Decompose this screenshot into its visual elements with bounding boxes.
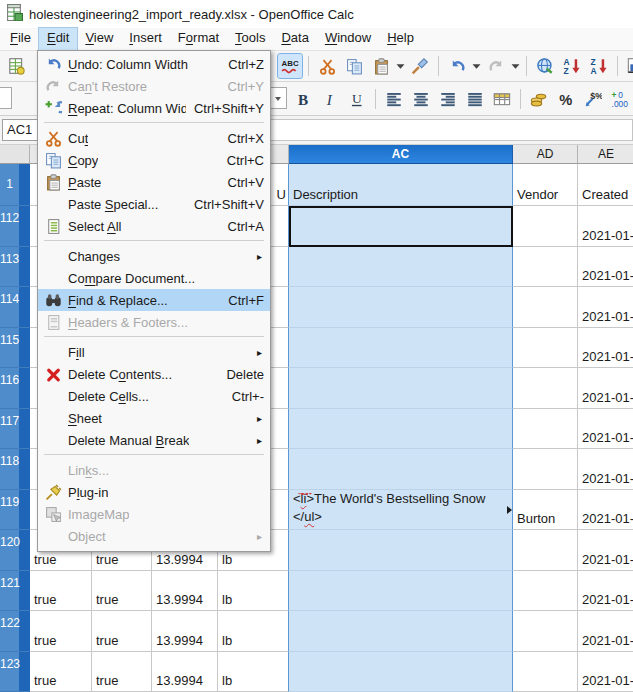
menubar-item-data[interactable]: Data	[273, 28, 316, 50]
select-all-corner[interactable]	[0, 145, 30, 164]
redo-icon[interactable]	[484, 54, 508, 78]
cell-r123-ad[interactable]	[513, 652, 578, 692]
sort-descending-icon[interactable]: ZA	[587, 54, 611, 78]
cell-r122-c0[interactable]: true	[30, 611, 92, 652]
row-header-117[interactable]: 117	[0, 409, 30, 450]
cell-row1-col4[interactable]: Description	[289, 164, 513, 206]
menu-item-select-all[interactable]: Select AllCtrl+A	[38, 215, 270, 237]
cell-r115-ac[interactable]	[289, 328, 513, 369]
cell-row1-col6[interactable]: Created	[578, 164, 633, 206]
menu-item-imagemap[interactable]: ImageMap	[38, 503, 270, 525]
cell-r117-ae[interactable]: 2021-01-	[578, 409, 633, 450]
cell-r113-ae[interactable]: 2021-01-	[578, 247, 633, 288]
menubar-item-window[interactable]: Window	[317, 28, 379, 50]
cell-r113-ad[interactable]	[513, 247, 578, 288]
cell-r122-ac[interactable]	[289, 611, 513, 652]
menu-item-changes[interactable]: Changes▸	[38, 245, 270, 267]
menu-item-delete-cells[interactable]: Delete Cells...Ctrl+-	[38, 385, 270, 407]
cell-r115-ad[interactable]	[513, 328, 578, 369]
cell-r123-c0[interactable]: true	[30, 652, 92, 692]
menu-item-undo-column-width[interactable]: Undo: Column WidthCtrl+Z	[38, 53, 270, 75]
cell-r114-ad[interactable]	[513, 287, 578, 328]
row-header-118[interactable]: 118	[0, 449, 30, 490]
cell-r122-c2[interactable]: 13.9994	[152, 611, 218, 652]
align-right-icon[interactable]	[436, 87, 460, 111]
menu-item-find-replace[interactable]: Find & Replace...Ctrl+F	[38, 289, 270, 311]
menubar-item-view[interactable]: View	[77, 28, 121, 50]
menu-item-plug-in[interactable]: Plug-in	[38, 481, 270, 503]
cell-r119-ac[interactable]: <li>The World's Bestselling Snow</ul>	[289, 490, 513, 531]
number-standard-icon[interactable]: $%	[581, 87, 605, 111]
currency-icon[interactable]	[527, 87, 551, 111]
insert-chart-icon[interactable]	[624, 54, 633, 78]
align-justified-icon[interactable]	[463, 87, 487, 111]
menubar-item-format[interactable]: Format	[170, 28, 227, 50]
cell-r112-ae[interactable]: 2021-01-	[578, 206, 633, 247]
cell-r122-ae[interactable]: 2021-01-	[578, 611, 633, 652]
cell-r116-ad[interactable]	[513, 368, 578, 409]
hyperlink-globe-icon[interactable]	[533, 54, 557, 78]
cut-icon[interactable]	[315, 54, 339, 78]
row-header-121[interactable]: 121	[0, 571, 30, 612]
cell-r123-ae[interactable]: 2021-01-	[578, 652, 633, 692]
align-left-icon[interactable]	[382, 87, 406, 111]
cell-r118-ad[interactable]	[513, 449, 578, 490]
menu-item-fill[interactable]: Fill▸	[38, 341, 270, 363]
cell-r121-ae[interactable]: 2021-01-	[578, 571, 633, 612]
merge-cells-icon[interactable]	[490, 87, 514, 111]
cell-r123-c3[interactable]: lb	[218, 652, 289, 692]
column-header-ac[interactable]: AC	[289, 145, 513, 164]
menu-item-delete-manual-break[interactable]: Delete Manual Break▸	[38, 429, 270, 451]
row-header-120[interactable]: 120	[0, 530, 30, 571]
align-center-icon[interactable]	[409, 87, 433, 111]
new-document-icon[interactable]	[4, 54, 28, 78]
cell-r115-ae[interactable]: 2021-01-	[578, 328, 633, 369]
row-header-112[interactable]: 112	[0, 206, 30, 247]
cell-r114-ae[interactable]: 2021-01-	[578, 287, 633, 328]
cell-r112-ad[interactable]	[513, 206, 578, 247]
menu-item-copy[interactable]: CopyCtrl+C	[38, 149, 270, 171]
cell-r112-ac[interactable]	[289, 206, 513, 247]
cell-r119-ad[interactable]: Burton	[513, 490, 578, 531]
font-size-combo-fragment[interactable]	[270, 87, 287, 109]
row-header-113[interactable]: 113	[0, 247, 30, 288]
cell-r121-c0[interactable]: true	[30, 571, 92, 612]
paste-icon[interactable]	[369, 54, 393, 78]
font-name-combo-fragment[interactable]	[0, 87, 12, 109]
undo-icon[interactable]	[445, 54, 469, 78]
menu-item-object[interactable]: Object▸	[38, 525, 270, 547]
copy-icon[interactable]	[342, 54, 366, 78]
cell-r113-ac[interactable]	[289, 247, 513, 288]
column-header-ad[interactable]: AD	[513, 145, 578, 164]
cell-r121-c3[interactable]: lb	[218, 571, 289, 612]
menubar-item-help[interactable]: Help	[379, 28, 422, 50]
cell-r120-ac[interactable]	[289, 530, 513, 571]
row-header-123[interactable]: 123	[0, 652, 30, 692]
cell-r123-c2[interactable]: 13.9994	[152, 652, 218, 692]
row-header-1[interactable]: 1	[0, 164, 30, 206]
spellcheck-abc-icon[interactable]: ABC	[278, 54, 302, 78]
menu-item-paste[interactable]: PasteCtrl+V	[38, 171, 270, 193]
row-header-114[interactable]: 114	[0, 287, 30, 328]
sort-ascending-icon[interactable]: AZ	[560, 54, 584, 78]
cell-r120-ad[interactable]	[513, 530, 578, 571]
menu-item-links[interactable]: Links...	[38, 459, 270, 481]
cell-r121-c1[interactable]: true	[92, 571, 152, 612]
menubar-item-edit[interactable]: Edit	[39, 28, 77, 50]
cell-r117-ac[interactable]	[289, 409, 513, 450]
italic-icon[interactable]: I	[318, 87, 342, 111]
menu-item-repeat-column-width[interactable]: Repeat: Column WidthCtrl+Shift+Y	[38, 97, 270, 119]
cell-r122-ad[interactable]	[513, 611, 578, 652]
underline-icon[interactable]: U	[345, 87, 369, 111]
menubar-item-file[interactable]: File	[2, 28, 39, 50]
cell-r119-ae[interactable]: 2021-01-	[578, 490, 633, 531]
bold-icon[interactable]: B	[291, 87, 315, 111]
paste-dropdown-icon[interactable]	[396, 54, 405, 78]
cell-r114-ac[interactable]	[289, 287, 513, 328]
cell-r118-ac[interactable]	[289, 449, 513, 490]
row-header-115[interactable]: 115	[0, 328, 30, 369]
column-header-ae[interactable]: AE	[578, 145, 633, 164]
menu-item-sheet[interactable]: Sheet▸	[38, 407, 270, 429]
cell-r118-ae[interactable]: 2021-01-	[578, 449, 633, 490]
menu-item-paste-special[interactable]: Paste Special...Ctrl+Shift+V	[38, 193, 270, 215]
